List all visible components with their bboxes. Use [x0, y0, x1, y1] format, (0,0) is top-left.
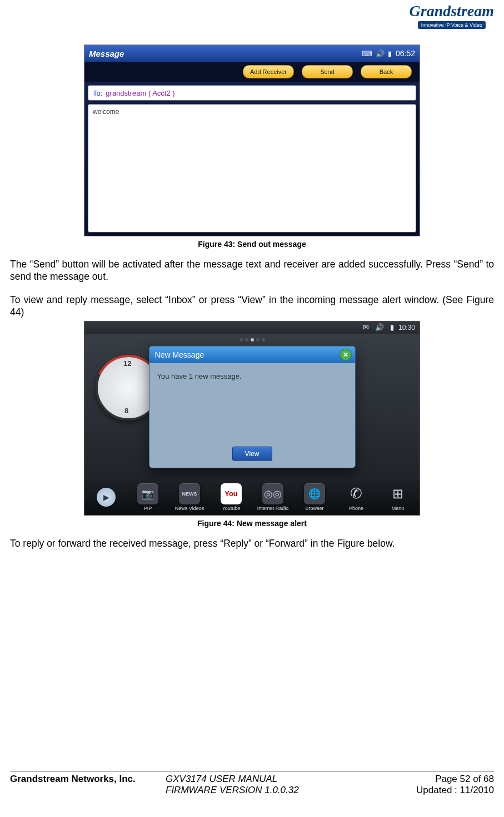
dock-label: Phone — [349, 506, 363, 511]
send-button[interactable]: Send — [302, 65, 353, 78]
paragraph-1: The “Send” button will be activated afte… — [10, 259, 494, 283]
phone-icon: ✆ — [346, 483, 367, 504]
message-toolbar: Add Receiver Send Back — [84, 62, 420, 82]
keyboard-icon: ⌨ — [362, 49, 372, 58]
dock-label: Youtube — [222, 506, 241, 511]
home-status-bar: ✉ 🔊 ▮ 10:30 — [84, 321, 420, 334]
close-icon[interactable]: ✕ — [340, 348, 352, 360]
clock-8: 8 — [124, 407, 128, 415]
document-page: Grandstream Innovative IP Voice & Video … — [0, 0, 504, 817]
figure-43-caption: Figure 43: Send out message — [198, 240, 306, 249]
mail-icon: ✉ — [363, 323, 369, 331]
dock-pip[interactable]: 📷 PIP — [131, 483, 165, 511]
brand-name: Grandstream — [410, 3, 494, 19]
youtube-icon: You — [221, 483, 242, 504]
popup-body-text: You have 1 new message. — [149, 363, 355, 442]
paragraph-3: To reply or forward the received message… — [10, 538, 494, 550]
recipient-field[interactable]: To: grandstream ( Acct2 ) — [88, 85, 416, 101]
back-button[interactable]: Back — [361, 65, 412, 78]
figure-44-screenshot: ✉ 🔊 ▮ 10:30 12 9 8 New Message ✕ — [84, 321, 420, 516]
compose-textarea[interactable]: welcome — [88, 104, 416, 232]
dock-youtube[interactable]: You Youtube — [214, 483, 248, 511]
popup-titlebar: New Message ✕ — [149, 346, 355, 363]
dock-menu[interactable]: ⊞ Menu — [381, 483, 415, 511]
to-label: To: — [93, 89, 102, 97]
status-clock: 10:30 — [398, 324, 415, 331]
paragraph-2: To view and reply message, select “Inbox… — [10, 294, 494, 319]
dock-phone[interactable]: ✆ Phone — [339, 483, 373, 511]
page-indicator — [239, 338, 265, 341]
brand-tagline: Innovative IP Voice & Video — [418, 21, 486, 29]
popup-footer: View — [149, 442, 355, 467]
signal-icon: ▮ — [388, 49, 392, 58]
footer-page: Page 52 of 68 — [377, 774, 494, 785]
page-footer: Grandstream Networks, Inc. GXV3174 USER … — [10, 771, 494, 796]
footer-firmware: FIRMWARE VERSION 1.0.0.32 — [154, 785, 377, 796]
menu-icon: ⊞ — [387, 483, 408, 504]
globe-icon: 🌐 — [304, 483, 325, 504]
volume-icon: 🔊 — [375, 323, 384, 331]
dock-bar: ▶ 📷 PIP NEWS News Videos You Youtube ◎◎ … — [84, 479, 420, 515]
clock-12: 12 — [123, 359, 131, 368]
new-message-popup: New Message ✕ You have 1 new message. Vi… — [149, 345, 356, 468]
footer-rule — [10, 771, 494, 771]
camera-icon: 📷 — [137, 483, 158, 504]
dock-browser[interactable]: 🌐 Browser — [297, 483, 332, 511]
signal-icon: ▮ — [390, 323, 394, 331]
popup-title-text: New Message — [155, 350, 204, 359]
to-value: grandstream ( Acct2 ) — [106, 89, 174, 97]
dock-radio[interactable]: ◎◎ Internet Radio — [256, 483, 290, 511]
figure-44-caption: Figure 44: New message alert — [197, 519, 307, 528]
footer-company: Grandstream Networks, Inc. — [10, 774, 154, 785]
radio-icon: ◎◎ — [262, 483, 283, 504]
status-clock: 06:52 — [396, 49, 415, 58]
add-receiver-button[interactable]: Add Receiver — [243, 65, 294, 78]
window-title: Message — [89, 49, 124, 58]
dock-news[interactable]: NEWS News Videos — [172, 483, 207, 511]
dock-label: PIP — [144, 506, 152, 511]
footer-updated: Updated : 11/2010 — [377, 785, 494, 796]
dock-play[interactable]: ▶ — [89, 488, 123, 507]
dock-label: Browser — [305, 506, 323, 511]
dock-label: Internet Radio — [257, 506, 289, 511]
footer-title: GXV3174 USER MANUAL — [154, 774, 377, 785]
brand-logo: Grandstream Innovative IP Voice & Video — [410, 3, 494, 29]
dock-label: Menu — [392, 506, 405, 511]
message-window-titlebar: Message ⌨ 🔊 ▮ 06:52 — [84, 45, 420, 62]
dock-label: News Videos — [175, 506, 204, 511]
view-button[interactable]: View — [232, 446, 272, 461]
news-icon: NEWS — [179, 483, 200, 504]
play-icon: ▶ — [97, 488, 116, 507]
volume-icon: 🔊 — [376, 49, 385, 58]
message-body-area: To: grandstream ( Acct2 ) welcome — [84, 82, 420, 236]
figure-43-screenshot: Message ⌨ 🔊 ▮ 06:52 Add Receiver Send Ba… — [84, 44, 420, 236]
